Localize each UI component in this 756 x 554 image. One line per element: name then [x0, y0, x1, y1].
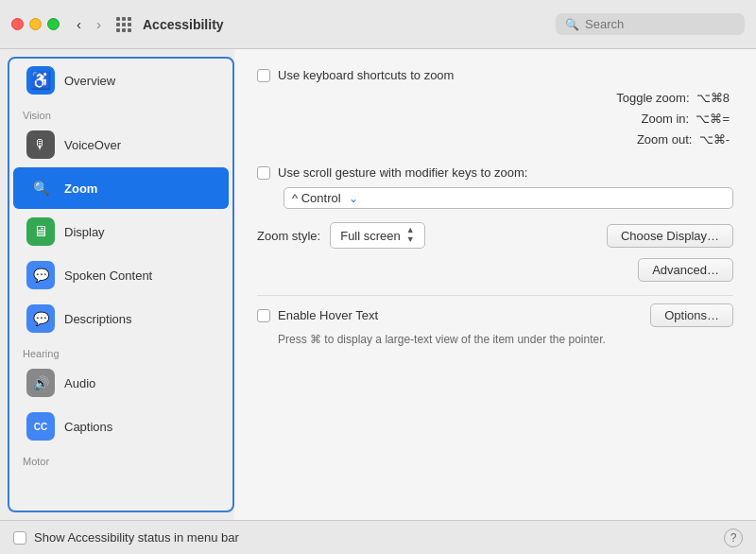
sidebar-item-spoken-content[interactable]: 💬 Spoken Content: [13, 254, 229, 296]
stepper-icon: ▲▼: [406, 226, 415, 245]
main-area: ♿ Overview Vision 🎙 VoiceOver 🔍 Zoom 🖥 D…: [0, 49, 756, 520]
zoom-style-label: Zoom style:: [257, 229, 320, 243]
sidebar-item-voiceover-label: VoiceOver: [64, 138, 121, 152]
fullscreen-button[interactable]: [47, 18, 60, 30]
sidebar-item-overview-label: Overview: [64, 74, 115, 88]
sidebar-item-audio[interactable]: 🔊 Audio: [13, 362, 229, 404]
bottombar: Show Accessibility status in menu bar ?: [0, 520, 756, 554]
keyboard-shortcut-label: Use keyboard shortcuts to zoom: [278, 68, 454, 82]
sidebar-section-vision: Vision: [9, 102, 232, 123]
choose-display-button[interactable]: Choose Display…: [607, 224, 733, 248]
apps-grid-icon[interactable]: [116, 17, 131, 32]
hover-text-checkbox[interactable]: [257, 309, 270, 322]
advanced-row: Advanced…: [257, 258, 733, 282]
sidebar-item-voiceover[interactable]: 🎙 VoiceOver: [13, 124, 229, 165]
spoken-content-icon: 💬: [26, 261, 55, 289]
chevron-down-icon: ⌄: [349, 192, 358, 205]
search-icon: 🔍: [565, 18, 579, 31]
advanced-button[interactable]: Advanced…: [638, 258, 733, 282]
descriptions-icon: 💬: [26, 304, 55, 333]
sidebar-section-motor: Motor: [9, 448, 232, 469]
scroll-gesture-checkbox[interactable]: [257, 166, 270, 180]
modifier-value: ^ Control: [292, 191, 341, 205]
search-bar[interactable]: 🔍: [556, 13, 745, 35]
scroll-gesture-row: Use scroll gesture with modifier keys to…: [257, 165, 733, 180]
sidebar-item-zoom-label: Zoom: [64, 182, 97, 196]
forward-button[interactable]: ›: [93, 14, 105, 34]
accessibility-status-label: Show Accessibility status in menu bar: [34, 530, 239, 545]
sidebar-item-display[interactable]: 🖥 Display: [13, 211, 229, 252]
sidebar-item-audio-label: Audio: [64, 376, 95, 390]
zoom-in-line: Zoom in: ⌥⌘=: [257, 109, 730, 130]
divider: [257, 295, 733, 296]
sidebar-item-overview[interactable]: ♿ Overview: [13, 60, 229, 101]
hover-text-label: Enable Hover Text: [278, 308, 378, 322]
accessibility-status-checkbox[interactable]: [13, 531, 26, 545]
sidebar-item-captions[interactable]: CC Captions: [13, 406, 229, 447]
zoom-out-line: Zoom out: ⌥⌘-: [257, 130, 730, 150]
voiceover-icon: 🎙: [26, 130, 55, 159]
zoom-icon: 🔍: [26, 174, 55, 202]
shortcut-info-block: Toggle zoom: ⌥⌘8 Zoom in: ⌥⌘= Zoom out: …: [257, 88, 733, 150]
back-button[interactable]: ‹: [73, 14, 85, 34]
options-button[interactable]: Options…: [650, 303, 733, 327]
search-input[interactable]: [585, 17, 735, 31]
help-button[interactable]: ?: [724, 528, 743, 547]
minimize-button[interactable]: [29, 18, 42, 30]
hover-text-row: Enable Hover Text Options…: [257, 303, 733, 327]
scroll-gesture-label: Use scroll gesture with modifier keys to…: [278, 165, 527, 180]
sidebar-item-display-label: Display: [64, 225, 105, 239]
sidebar-item-zoom[interactable]: 🔍 Zoom: [13, 167, 229, 209]
zoom-style-row: Zoom style: Full screen ▲▼ Choose Displa…: [257, 222, 733, 249]
captions-icon: CC: [26, 412, 55, 441]
hover-text-hint: Press ⌘ to display a large-text view of …: [278, 333, 733, 346]
sidebar-section-hearing: Hearing: [9, 340, 232, 361]
keyboard-shortcut-row: Use keyboard shortcuts to zoom: [257, 68, 733, 82]
zoom-style-value: Full screen: [340, 229, 401, 243]
bottombar-accessibility-row: Show Accessibility status in menu bar: [13, 530, 724, 545]
sidebar-item-descriptions[interactable]: 💬 Descriptions: [13, 298, 229, 339]
close-button[interactable]: [11, 18, 24, 30]
zoom-style-dropdown[interactable]: Full screen ▲▼: [330, 222, 425, 249]
content-area: Use keyboard shortcuts to zoom Toggle zo…: [234, 49, 756, 520]
sidebar-item-descriptions-label: Descriptions: [64, 312, 132, 326]
titlebar: ‹ › Accessibility 🔍: [0, 0, 756, 49]
page-title: Accessibility: [143, 17, 548, 32]
traffic-lights: [11, 18, 60, 30]
sidebar-item-captions-label: Captions: [64, 420, 112, 434]
display-icon: 🖥: [26, 217, 55, 246]
keyboard-shortcut-checkbox[interactable]: [257, 69, 270, 82]
toggle-zoom-line: Toggle zoom: ⌥⌘8: [257, 88, 730, 109]
audio-icon: 🔊: [26, 369, 55, 397]
sidebar-item-spoken-content-label: Spoken Content: [64, 268, 152, 283]
sidebar: ♿ Overview Vision 🎙 VoiceOver 🔍 Zoom 🖥 D…: [8, 57, 234, 512]
modifier-dropdown[interactable]: ^ Control ⌄: [284, 187, 733, 209]
overview-icon: ♿: [26, 66, 55, 95]
